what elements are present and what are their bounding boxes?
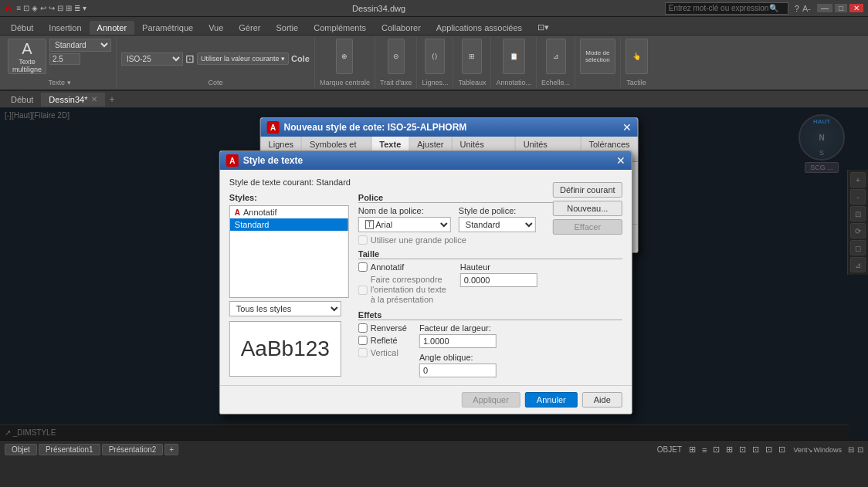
font-name-select[interactable]: 🅃 Arial [358, 217, 451, 232]
ribbon-group-echelle: ⊿ Echelle... [537, 37, 575, 88]
use-large-font-label: Utiliser une grande police [371, 235, 466, 245]
hauteur-input[interactable] [460, 273, 537, 287]
search-icon[interactable]: 🔍 [769, 4, 778, 12]
fit-orientation-checkbox[interactable] [358, 286, 368, 295]
doc-tab-add[interactable]: + [105, 92, 120, 107]
presentation1-btn[interactable]: Présentation1 [39, 444, 100, 455]
tab-sortie[interactable]: Sortie [268, 21, 306, 35]
taille-section: Taille Annotatif Faire correspondre l'or… [358, 249, 622, 306]
ribbon-content: A Texte multiligne Standard Texte ▾ ISO-… [0, 36, 868, 91]
canvas-area: [-][Haut][Filaire 2D] HAUT N S SCG ... +… [0, 108, 868, 440]
mode-btn[interactable]: Mode desélection [580, 39, 615, 74]
dyn-btn[interactable]: ⊡ [764, 445, 774, 455]
font-style-select[interactable]: Standard [459, 217, 536, 232]
ribbon-group-texte-label: Texte ▾ [8, 79, 111, 86]
tab-gerer[interactable]: Gérer [231, 21, 268, 35]
style-annotatif-icon: A [235, 208, 240, 217]
close-btn[interactable]: ✕ [849, 4, 863, 12]
marque-btn[interactable]: ⊕ [336, 39, 353, 74]
tab-complements[interactable]: Compléments [306, 21, 374, 35]
styles-list: A Annotatif Standard [229, 205, 349, 298]
snap-btn[interactable]: ≡ [700, 445, 708, 455]
reverse-label: Renversé [371, 323, 407, 333]
ui-btn[interactable]: ⊟ [848, 445, 854, 454]
tab-annoter[interactable]: Annoter [90, 21, 135, 35]
style-item-standard[interactable]: Standard [230, 218, 348, 231]
inner-aide-btn[interactable]: Aide [582, 392, 622, 408]
text-height-input[interactable] [49, 53, 80, 65]
tab-debut[interactable]: Début [3, 21, 41, 35]
maximize-btn[interactable]: □ [835, 4, 847, 12]
outer-dialog-title: A Nouveau style de cote: ISO-25-ALPHORM [267, 121, 467, 134]
annot-btn[interactable]: 📋 [503, 39, 525, 74]
hauteur-label: Hauteur [460, 262, 537, 272]
preview-box: AaBb123 [229, 321, 341, 377]
tab-insertion[interactable]: Insertion [41, 21, 89, 35]
annotatif-checkbox[interactable] [358, 262, 368, 272]
tab-vue[interactable]: Vue [201, 21, 231, 35]
polar-btn[interactable]: ⊞ [724, 445, 734, 455]
lw-btn[interactable]: ⊡ [777, 445, 787, 455]
font-style-label: Style de police: [459, 206, 545, 215]
osnap-btn[interactable]: ⊡ [737, 445, 748, 455]
texte-multiligne-btn[interactable]: A Texte multiligne [8, 39, 46, 74]
style-select[interactable]: Standard [49, 39, 111, 52]
tab-collaborer[interactable]: Collaborer [374, 21, 429, 35]
window-controls[interactable]: — □ ✕ [817, 4, 863, 12]
app-icon: A [5, 2, 12, 14]
right-icons: ? A- [795, 4, 811, 13]
inner-dialog-close-btn[interactable]: ✕ [616, 154, 626, 167]
echelle-btn[interactable]: ⊿ [546, 39, 566, 74]
search-input[interactable] [669, 4, 769, 12]
utiliser-valeur-btn[interactable]: Utiliser la valeur courante ▾ [197, 52, 289, 65]
ribbon-group-marque-label: Marque centrale [320, 79, 370, 86]
nouveau-btn[interactable]: Nouveau... [553, 201, 622, 216]
tab-parametrique[interactable]: Paramétrique [134, 21, 201, 35]
windows-label: Vent↘Windows [790, 446, 845, 454]
search-box[interactable]: 🔍 [665, 2, 788, 15]
cote-style-select[interactable]: ISO-25 [121, 52, 183, 66]
ortho-btn[interactable]: ⊡ [711, 445, 721, 455]
reverse-checkbox[interactable] [358, 323, 368, 333]
mirror-checkbox[interactable] [358, 336, 368, 345]
tab-extra[interactable]: ⊡▾ [530, 20, 557, 35]
styles-filter-select[interactable]: Tous les styles [229, 301, 341, 316]
grid-btn[interactable]: ⊞ [687, 445, 697, 455]
tactile-btn[interactable]: 👆 [626, 39, 648, 74]
trait-btn[interactable]: ⊝ [388, 39, 405, 74]
effacer-btn[interactable]: Effacer [553, 219, 622, 235]
app-menu-icons[interactable]: ≡⊡◈↩↪⊟⊞≣▾ [16, 4, 86, 12]
ribbon-group-lignes: ⟨⟩ Lignes... [417, 37, 453, 88]
ribbon-group-cote: ISO-25 ⊡ Utiliser la valeur courante ▾ C… [117, 37, 315, 88]
lignes-btn[interactable]: ⟨⟩ [425, 39, 445, 74]
vertical-checkbox[interactable] [358, 348, 368, 357]
title-bar: A ≡⊡◈↩↪⊟⊞≣▾ Dessin34.dwg 🔍 ? A- — □ ✕ [0, 0, 868, 17]
doc-tab-close-icon[interactable]: ✕ [91, 95, 97, 103]
settings-btn[interactable]: ⊡ [857, 445, 863, 454]
status-bar: Objet Présentation1 Présentation2 + OBJE… [0, 440, 868, 458]
autocad-icon-inner: A [226, 154, 239, 167]
outer-dialog-close-btn[interactable]: ✕ [622, 121, 632, 134]
inner-annuler-btn[interactable]: Annuler [525, 392, 578, 408]
tableaux-btn[interactable]: ⊞ [462, 39, 482, 74]
objet-status-btn[interactable]: OBJET [655, 445, 684, 454]
doc-tab-debut[interactable]: Début [3, 93, 41, 107]
oblique-angle-input[interactable] [419, 364, 497, 377]
minimize-btn[interactable]: — [817, 4, 832, 12]
style-item-annotatif[interactable]: A Annotatif [230, 206, 348, 218]
annotatif-label: Annotatif [371, 262, 404, 272]
add-presentation-btn[interactable]: + [164, 444, 178, 455]
tab-applications[interactable]: Applications associées [429, 21, 530, 35]
use-large-font-checkbox[interactable] [358, 235, 368, 245]
taille-section-title: Taille [358, 249, 622, 259]
ribbon-group-trait-label: Trait d'axe [380, 79, 412, 86]
doc-tab-dessin34[interactable]: Dessin34* ✕ [41, 93, 104, 107]
definir-courant-btn[interactable]: Définir courant [553, 182, 622, 198]
objet-btn[interactable]: Objet [5, 444, 37, 455]
width-factor-input[interactable] [419, 334, 497, 348]
otrack-btn[interactable]: ⊡ [751, 445, 761, 455]
ribbon-group-tactile-label: Tactile [626, 79, 646, 86]
appliquer-btn[interactable]: Appliquer [461, 392, 520, 408]
reverse-row: Renversé [358, 323, 407, 333]
presentation2-btn[interactable]: Présentation2 [102, 444, 164, 455]
